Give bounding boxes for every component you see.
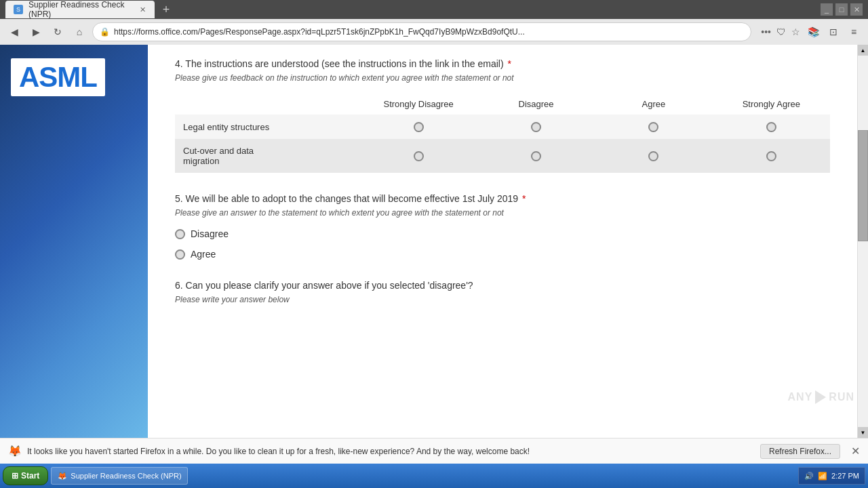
matrix-col-disagree: Disagree [477,94,595,115]
scrollbar-down[interactable]: ▼ [858,427,868,438]
system-tray: 🔊 📶 2:27 PM [798,467,865,485]
bookmark-icon[interactable]: ☆ [791,26,800,37]
page-content: 4. The instructions are understood (see … [148,45,857,438]
notification-firefox-icon: 🦊 [8,445,22,458]
taskbar-firefox-item[interactable]: 🦊 Supplier Readiness Check (NPR) [51,467,187,485]
matrix-col-row-label [175,94,359,115]
radio-label-disagree: Disagree [191,228,229,239]
refresh-button[interactable]: ↻ [49,23,66,41]
shield-icon[interactable]: 🛡 [776,26,786,37]
matrix-col-strongly-agree: Strongly Agree [713,94,830,115]
radio-cutover-d[interactable] [477,139,595,173]
question-5-subtitle: Please give an answer to the statement t… [175,208,830,218]
start-button[interactable]: ⊞ Start [3,466,48,485]
tray-network-icon: 🔊 [804,472,814,481]
title-bar: S Supplier Readiness Check (NPR) ✕ + _ □… [0,0,868,19]
refresh-firefox-button[interactable]: Refresh Firefox... [760,444,840,459]
radio-legal-sd[interactable] [359,115,477,139]
address-right-icons: ••• 🛡 ☆ [761,26,800,37]
tab-title: Supplier Readiness Check (NPR) [28,0,130,19]
system-clock: 2:27 PM [831,471,859,481]
lock-icon: 🔒 [100,27,110,37]
sidebar: ASML [0,45,148,438]
radio-agree[interactable] [175,249,185,260]
bookmarks-button[interactable]: 📚 [804,23,822,41]
tab-favicon: S [14,5,23,14]
matrix-table-4: Strongly Disagree Disagree Agree Strongl… [175,94,830,173]
required-marker-4: * [507,58,511,69]
scrollbar[interactable]: ▲ ▼ [857,45,868,438]
radio-label-agree: Agree [191,249,216,260]
browser-menu: 📚 ⊡ ≡ [804,23,863,41]
url-text: https://forms.office.com/Pages/ResponseP… [114,27,744,37]
start-icon: ⊞ [12,471,18,481]
browser-content: ASML 4. The instructions are understood … [0,45,868,438]
close-button[interactable]: ✕ [850,3,863,16]
radio-legal-a[interactable] [595,115,712,139]
scrollbar-up[interactable]: ▲ [858,45,868,56]
question-5-block: 5. We will be able to adopt to the chang… [175,193,830,260]
notification-close-button[interactable]: ✕ [851,445,860,458]
tray-volume-icon: 📶 [818,472,827,481]
radio-cutover-sd[interactable] [359,139,477,173]
clock-time: 2:27 PM [831,471,859,481]
table-row: Legal entity structures [175,115,830,139]
matrix-col-agree: Agree [595,94,712,115]
radio-disagree[interactable] [175,229,185,239]
radio-option-disagree[interactable]: Disagree [175,228,830,239]
browser-window: S Supplier Readiness Check (NPR) ✕ + _ □… [0,0,868,488]
window-controls: _ □ ✕ [821,3,863,16]
question-6-title: 6. Can you please clarify your answer ab… [175,280,830,291]
radio-cutover-sa[interactable] [713,139,830,173]
taskbar-firefox-icon: 🦊 [57,470,68,481]
taskbar: ⊞ Start 🦊 Supplier Readiness Check (NPR)… [0,464,868,488]
minimize-button[interactable]: _ [821,3,833,16]
address-bar: ◀ ▶ ↻ ⌂ 🔒 https://forms.office.com/Pages… [0,19,868,45]
required-marker-5: * [522,193,526,204]
radio-option-agree[interactable]: Agree [175,249,830,260]
taskbar-tab-label: Supplier Readiness Check (NPR) [71,472,181,480]
question-6-block: 6. Can you please clarify your answer ab… [175,280,830,304]
new-tab-button[interactable]: + [157,1,175,18]
table-row: Cut-over and datamigration [175,139,830,173]
start-label: Start [21,471,39,481]
scrollbar-track-area[interactable] [858,56,868,427]
notification-bar: 🦊 It looks like you haven't started Fire… [0,438,868,464]
question-4-block: 4. The instructions are understood (see … [175,58,830,173]
maximize-button[interactable]: □ [835,3,848,16]
question-6-subtitle: Please write your answer below [175,295,830,304]
question-4-subtitle: Please give us feedback on the instructi… [175,73,830,83]
notification-text: It looks like you haven't started Firefo… [27,447,755,456]
scrollbar-thumb[interactable] [858,130,868,241]
asml-logo: ASML [11,58,105,96]
tab-close-button[interactable]: ✕ [138,5,146,14]
radio-legal-d[interactable] [477,115,595,139]
more-icon[interactable]: ••• [761,26,771,37]
row-label-legal: Legal entity structures [175,115,359,139]
forward-button[interactable]: ▶ [27,23,45,41]
menu-button[interactable]: ≡ [845,23,863,41]
radio-cutover-a[interactable] [595,139,712,173]
address-input[interactable]: 🔒 https://forms.office.com/Pages/Respons… [92,22,751,41]
back-button[interactable]: ◀ [5,23,23,41]
matrix-col-strongly-disagree: Strongly Disagree [359,94,477,115]
home-button[interactable]: ⌂ [71,23,88,41]
question-4-title: 4. The instructions are understood (see … [175,58,830,69]
row-label-cutover: Cut-over and datamigration [175,139,359,173]
browser-tab[interactable]: S Supplier Readiness Check (NPR) ✕ [5,1,155,18]
radio-legal-sa[interactable] [713,115,830,139]
reader-button[interactable]: ⊡ [825,23,842,41]
question-5-title: 5. We will be able to adopt to the chang… [175,193,830,204]
